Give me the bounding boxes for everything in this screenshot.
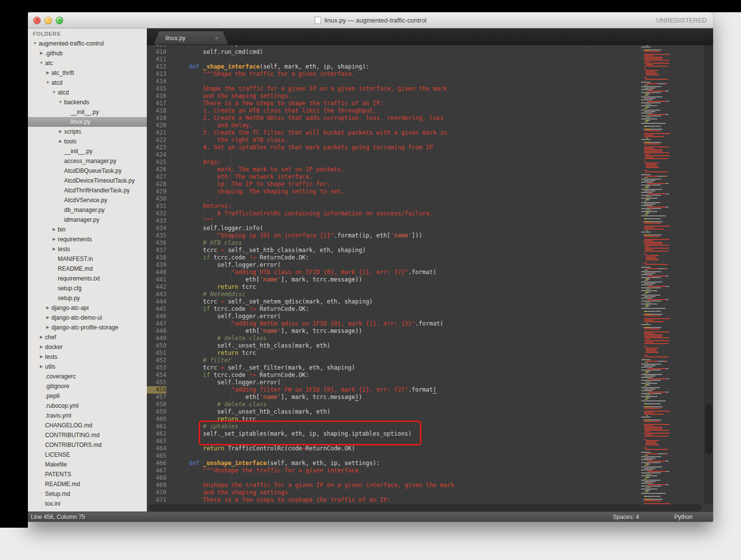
code-line-452[interactable]: 452 # filter xyxy=(147,357,641,364)
tree-item-CONTRIBUTING.md[interactable]: CONTRIBUTING.md xyxy=(28,430,147,440)
line-number[interactable]: 420 xyxy=(147,122,166,129)
tree-item-.rubocop.yml[interactable]: .rubocop.yml xyxy=(28,401,147,411)
tree-item-bin[interactable]: ▶bin xyxy=(28,225,147,234)
folder-closed-icon[interactable]: ▶ xyxy=(45,303,51,313)
line-number[interactable]: 441 xyxy=(147,276,166,283)
code-line-410[interactable]: 410 self.run_cmd(cmd) xyxy=(147,48,641,56)
code-line-418[interactable]: 418 1. Create an HTB class that limit th… xyxy=(147,107,641,115)
close-window-icon[interactable]: × xyxy=(33,17,41,24)
syntax-mode[interactable]: Python xyxy=(674,513,693,520)
line-number[interactable]: 455 xyxy=(147,379,166,386)
tab-close-icon[interactable]: × xyxy=(215,35,218,42)
folder-open-icon[interactable]: ▼ xyxy=(38,58,45,68)
line-number[interactable]: 466 xyxy=(147,460,166,467)
folder-closed-icon[interactable]: ▶ xyxy=(38,362,45,372)
folder-closed-icon[interactable]: ▶ xyxy=(57,127,64,137)
line-number[interactable]: 450 xyxy=(147,342,166,350)
code-line-421[interactable]: 421 3. Create the TC filter that will bu… xyxy=(147,129,641,137)
code-line-451[interactable]: 451 return tcrc xyxy=(147,350,641,357)
code-line-456[interactable]: 456 "adding filter FW on IFID {0}, mark … xyxy=(147,386,641,394)
code-line-459[interactable]: 459 self._unset_htb_class(mark, eth) xyxy=(147,408,641,416)
line-number[interactable]: 471 xyxy=(147,496,166,504)
line-number[interactable]: 469 xyxy=(147,482,166,489)
tree-item-db_manager.py[interactable]: db_manager.py xyxy=(28,205,147,215)
code-line-471[interactable]: 471 There is a few steps to unshape the … xyxy=(147,496,641,504)
tree-item-CHANGELOG.md[interactable]: CHANGELOG.md xyxy=(28,420,147,430)
tree-item-__init__.py[interactable]: __init__.py xyxy=(28,107,147,117)
code-line-453[interactable]: 453 tcrc = self._set_filter(mark, eth, s… xyxy=(147,364,641,372)
folder-closed-icon[interactable]: ▶ xyxy=(57,137,64,146)
vertical-scrollbar-thumb[interactable] xyxy=(706,404,712,454)
folder-closed-icon[interactable]: ▶ xyxy=(51,234,57,244)
line-number[interactable]: 435 xyxy=(147,232,166,239)
tree-item-tests[interactable]: ▶tests xyxy=(28,352,147,362)
code-line-424[interactable]: 424 xyxy=(147,151,641,159)
code-editor[interactable]: 409 **)410 self.run_cmd(cmd)411412 def _… xyxy=(147,45,713,512)
code-line-414[interactable]: 414 xyxy=(147,78,641,85)
folder-closed-icon[interactable]: ▶ xyxy=(51,244,57,254)
line-number[interactable]: 416 xyxy=(147,93,166,100)
tree-item-Makefile[interactable]: Makefile xyxy=(28,460,147,469)
line-number[interactable]: 418 xyxy=(147,107,166,115)
code-line-419[interactable]: 419 2. Create a NetEm QDisc that adds co… xyxy=(147,115,641,122)
line-number[interactable]: 449 xyxy=(147,335,166,342)
code-line-430[interactable]: 430 xyxy=(147,195,641,203)
line-number[interactable]: 442 xyxy=(147,283,166,291)
line-number[interactable]: 428 xyxy=(147,181,166,188)
tree-item-access_manager.py[interactable]: access_manager.py xyxy=(28,156,147,166)
tree-item-.coveragerc[interactable]: .coveragerc xyxy=(28,372,147,381)
line-number[interactable]: 421 xyxy=(147,129,166,137)
code-line-447[interactable]: 447 "adding NetEm qdisc on IFID {0}, mar… xyxy=(147,320,641,327)
tree-item-django-atc-profile-storage[interactable]: ▶django-atc-profile-storage xyxy=(28,323,147,332)
code-line-450[interactable]: 450 self._unset_htb_class(mark, eth) xyxy=(147,342,641,350)
code-line-457[interactable]: 457 eth['name'], mark, tcrc.message)) xyxy=(147,394,641,401)
code-line-434[interactable]: 434 self.logger.info( xyxy=(147,225,641,232)
line-number[interactable]: 454 xyxy=(147,372,166,379)
line-number[interactable]: 432 xyxy=(147,210,166,217)
line-number[interactable]: 460 xyxy=(147,416,166,423)
code-line-438[interactable]: 438 if tcrc.code != ReturnCode.OK: xyxy=(147,254,641,261)
line-number[interactable]: 436 xyxy=(147,239,166,247)
code-line-448[interactable]: 448 eth['name'], mark, tcrc.message)) xyxy=(147,327,641,335)
tree-item-Setup.md[interactable]: Setup.md xyxy=(28,489,147,499)
tree-item-README.md[interactable]: README.md xyxy=(28,264,147,274)
code-line-445[interactable]: 445 if tcrc.code != ReturnCode.OK: xyxy=(147,305,641,313)
folder-closed-icon[interactable]: ▶ xyxy=(38,342,45,352)
line-number[interactable]: 424 xyxy=(147,151,166,159)
tree-item-setup.cfg[interactable]: setup.cfg xyxy=(28,283,147,293)
tab-linux-py[interactable]: linux.py × xyxy=(154,31,228,45)
line-number[interactable]: 412 xyxy=(147,63,166,70)
line-number[interactable]: 434 xyxy=(147,225,166,232)
line-number[interactable]: 419 xyxy=(147,115,166,122)
code-line-458[interactable]: 458 # delete class xyxy=(147,401,641,408)
line-number[interactable]: 444 xyxy=(147,298,166,305)
folder-open-icon[interactable]: ▼ xyxy=(32,39,38,48)
tree-item-atcd[interactable]: ▼atcd xyxy=(28,88,147,97)
tree-item-docker[interactable]: ▶docker xyxy=(28,342,147,352)
code-line-437[interactable]: 437 tcrc = self._set_htb_class(mark, eth… xyxy=(147,247,641,254)
tree-item-MANIFEST.in[interactable]: MANIFEST.in xyxy=(28,254,147,264)
line-number[interactable]: 459 xyxy=(147,408,166,416)
line-number[interactable]: 445 xyxy=(147,305,166,313)
code-line-412[interactable]: 412 def _shape_interface(self, mark, eth… xyxy=(147,63,641,70)
code-line-420[interactable]: 420 and delay. xyxy=(147,122,641,129)
line-number[interactable]: 458 xyxy=(147,401,166,408)
line-number[interactable]: 430 xyxy=(147,195,166,203)
tree-item-linux.py[interactable]: linux.py xyxy=(28,117,147,127)
tree-item-requirements.txt[interactable]: requirements.txt xyxy=(28,274,147,283)
code-line-469[interactable]: 469 Unshape the traffic for a given IP o… xyxy=(147,482,641,489)
code-line-423[interactable]: 423 4. Set an iptables rule that mark pa… xyxy=(147,144,641,151)
line-number[interactable]: 443 xyxy=(147,291,166,298)
tree-item-django-atc-api[interactable]: ▶django-atc-api xyxy=(28,303,147,313)
line-number[interactable]: 453 xyxy=(147,364,166,372)
tree-item-.pep8[interactable]: .pep8 xyxy=(28,391,147,401)
folder-closed-icon[interactable]: ▶ xyxy=(38,332,45,342)
line-number[interactable]: 467 xyxy=(147,467,166,474)
code-line-427[interactable]: 427 eth: The network interface. xyxy=(147,173,641,181)
folder-closed-icon[interactable]: ▶ xyxy=(38,48,45,58)
code-line-429[interactable]: 429 shaping: The shaping setting to set. xyxy=(147,188,641,195)
code-line-428[interactable]: 428 ip: The IP to shape traffic for. xyxy=(147,181,641,188)
tree-item-__init__.py[interactable]: __init__.py xyxy=(28,146,147,156)
code-line-444[interactable]: 444 tcrc = self._set_netem_qdisc(mark, e… xyxy=(147,298,641,305)
folder-open-icon[interactable]: ▼ xyxy=(51,88,57,97)
